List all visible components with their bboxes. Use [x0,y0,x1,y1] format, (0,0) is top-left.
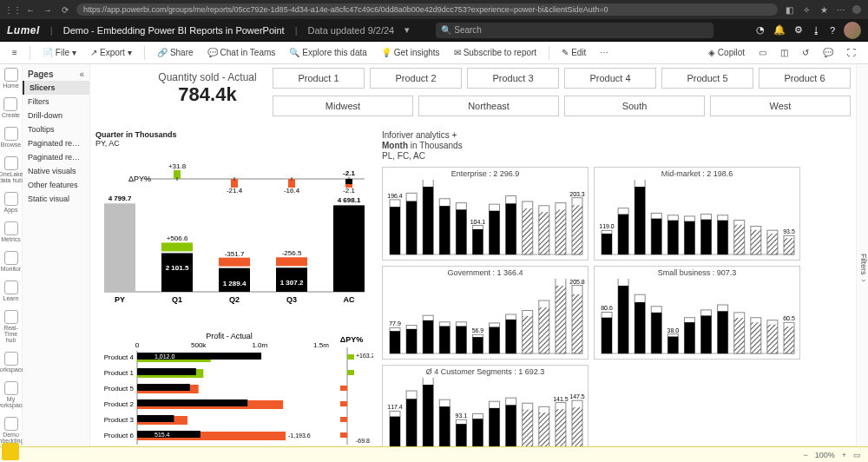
slicer-product-3[interactable]: Product 3 [467,68,559,89]
profit-bar-visual[interactable]: Profit - Actual0500k1.0m1.5mΔPY%Product … [95,330,373,462]
slicer-product-2[interactable]: Product 2 [370,68,462,89]
page-static-visual[interactable]: Static visual [23,192,89,206]
zoom-out-icon[interactable]: − [803,451,807,459]
chat-teams-button[interactable]: 💬 Chat in Teams [202,46,281,59]
view-button[interactable]: ◫ [775,46,793,59]
avatar[interactable] [844,22,861,39]
nav-my-workspace[interactable]: My workspace [0,381,25,408]
nav-monitor[interactable]: Monitor [1,251,21,272]
slicer-south[interactable]: South [564,96,705,116]
sm-vendor: Inforiver analytics + [382,130,457,140]
help-icon[interactable]: ? [830,25,835,36]
svg-text:117.4: 117.4 [387,404,403,410]
page-drill-down[interactable]: Drill-down [23,109,89,122]
sm-legend: PL, FC, AC [382,151,425,161]
nav-learn[interactable]: Learn [3,280,19,301]
quarter-waterfall-visual[interactable]: Quarter in Thousands PY, AC ΔPY%4 799.7P… [95,130,373,313]
nav-apps[interactable]: Apps [4,192,18,213]
more-icon[interactable]: ⋯ [835,3,847,16]
svg-rect-185 [718,311,728,353]
page-slicers[interactable]: Slicers [23,81,89,95]
pages-toggle[interactable]: ≡ [7,46,23,59]
svg-rect-119 [667,221,678,254]
tracking-icon[interactable]: ◧ [783,3,795,16]
fit-page-icon[interactable]: ▭ [853,451,861,459]
subscribe-button[interactable]: ✉ Subscribe to report [449,46,542,59]
svg-text:-256.5: -256.5 [282,249,302,257]
reset-button[interactable]: ↺ [797,46,814,59]
svg-rect-193 [784,327,794,353]
sm-card-enterprise[interactable]: Enterprise : 2 296.9196.4279.3104.1203.3 [382,167,589,261]
svg-rect-82 [406,201,417,254]
slicer-product-5[interactable]: Product 5 [661,68,753,89]
svg-text:93.1: 93.1 [456,412,468,419]
nav-create[interactable]: Create [2,97,20,118]
settings-icon[interactable]: ⚙ [794,24,803,36]
svg-rect-178 [667,337,678,353]
favorites-icon[interactable]: ★ [818,3,830,16]
fullscreen-button[interactable]: ⛶ [842,46,861,59]
sm-card-mid-market[interactable]: Mid-market : 2 198.6119.0386.993.5 [594,167,800,261]
trial-icon[interactable]: ◔ [756,24,765,36]
copilot-button[interactable]: ◈ Copilot [703,46,750,59]
nav-home[interactable]: Home [3,68,19,89]
svg-text:38.0: 38.0 [667,327,680,333]
powerbi-badge [2,443,19,460]
comments-button[interactable]: 💬 [818,46,838,59]
page-other-features[interactable]: Other features [23,178,89,192]
menu-icon[interactable]: ⋮⋮ [7,3,19,16]
toolbar-more[interactable]: ⋯ [595,46,614,59]
explore-button[interactable]: 🔍 Explore this data [284,46,372,59]
slicer-west[interactable]: West [710,96,851,116]
svg-text:4 799.7: 4 799.7 [108,195,132,202]
pages-collapse-icon[interactable]: « [79,69,84,79]
nav-onelake-data-hub[interactable]: OneLake data hub [0,156,23,183]
sm-card-small-business[interactable]: Small business : 907.380.6152.238.060.5 [594,266,800,360]
insights-button[interactable]: 💡 Get insights [376,46,445,59]
slicer-northeast[interactable]: Northeast [418,96,559,116]
download-icon[interactable]: ⭳ [812,25,821,36]
svg-text:2 101.5: 2 101.5 [166,264,189,272]
slicer-product-1[interactable]: Product 1 [273,68,365,89]
pages-header: Pages [28,69,53,79]
share-button[interactable]: 🔗 Share [152,46,199,59]
back-icon[interactable]: ← [24,3,36,16]
nav-real-time-hub[interactable]: Real-Time hub [0,310,22,343]
export-menu[interactable]: ↗ Export ▾ [85,46,137,59]
page-paginated-reports[interactable]: Paginated reports [23,136,89,150]
nav-metrics[interactable]: Metrics [1,221,21,242]
slicer-product-4[interactable]: Product 4 [564,68,656,89]
page-paginated-reports-[interactable]: Paginated reports - 2 [23,150,89,164]
svg-rect-94 [490,211,500,254]
svg-text:1 307.2: 1 307.2 [280,279,304,287]
zoom-in-icon[interactable]: + [842,451,846,459]
forward-icon[interactable]: → [42,3,54,16]
svg-text:77.9: 77.9 [389,320,401,327]
sm-card--customer-segments[interactable]: Ø 4 Customer Segments : 1 692.3117.4221.… [382,365,589,459]
file-menu[interactable]: 📄 File ▾ [37,46,82,59]
edit-button[interactable]: ✎ Edit [556,46,591,59]
slicer-midwest[interactable]: Midwest [273,96,413,116]
month-small-multiples[interactable]: Inforiver analytics + Month in Thousands… [382,130,851,459]
notifications-icon[interactable]: 🔔 [773,24,786,36]
svg-text:ΔPY%: ΔPY% [128,175,151,183]
page-filters[interactable]: Filters [23,95,89,109]
filters-pane-collapsed[interactable]: Filters › [856,64,868,462]
address-bar[interactable]: https://app.powerbi.com/groups/me/report… [76,3,778,16]
svg-text:93.5: 93.5 [783,228,795,234]
slicer-product-6[interactable]: Product 6 [759,68,851,89]
bookmark-button[interactable]: ▭ [753,46,772,59]
refresh-icon[interactable]: ⟳ [59,3,71,16]
profile-icon[interactable] [852,5,861,14]
svg-rect-181 [684,322,694,353]
svg-text:4 698.1: 4 698.1 [338,196,361,204]
svg-text:56.9: 56.9 [472,327,484,333]
page-tooltips[interactable]: Tooltips [23,122,89,136]
sm-card-government[interactable]: Government : 1 366.477.956.9235.4205.8 [382,266,589,360]
nav-browse[interactable]: Browse [1,127,21,148]
global-search[interactable]: 🔍 Search [436,23,713,38]
svg-text:60.5: 60.5 [783,315,795,321]
extensions-icon[interactable]: ✧ [800,3,812,16]
svg-text:PY: PY [115,295,125,304]
page-native-visuals[interactable]: Native visuals [23,164,89,178]
